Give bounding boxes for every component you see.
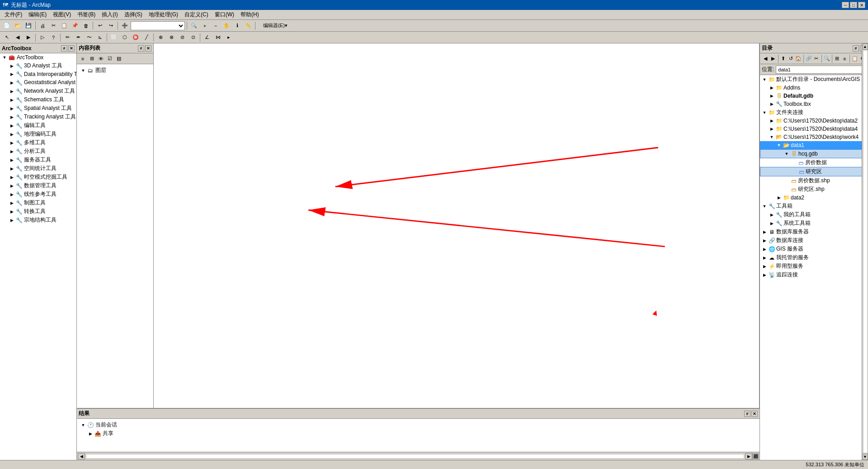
results-session-expander[interactable]: ▼ bbox=[80, 422, 87, 429]
tool-spatialstat-expander[interactable]: ▶ bbox=[8, 165, 15, 172]
menu-edit[interactable]: 编辑(E) bbox=[26, 10, 49, 19]
add-data-button[interactable]: ➕ bbox=[120, 21, 130, 31]
tool-network-expander[interactable]: ▶ bbox=[8, 88, 15, 95]
select-by-line[interactable]: ╱ bbox=[142, 33, 151, 43]
vertex-btn-3[interactable]: ⊘ bbox=[177, 33, 187, 43]
cat-back[interactable]: ◀ bbox=[762, 55, 769, 63]
vertex-btn-1[interactable]: ⊕ bbox=[156, 33, 165, 43]
cat-sys-toolbox-exp[interactable]: ▶ bbox=[768, 220, 775, 227]
tool-cartography[interactable]: ▶ 🔧 制图工具 bbox=[0, 199, 76, 207]
delete-button[interactable]: 🗑 bbox=[81, 21, 91, 31]
results-session[interactable]: ▼ 🕐 当前会话 bbox=[79, 421, 758, 429]
tool-spatiotemporal[interactable]: ▶ 🔧 时空模式挖掘工具 bbox=[0, 173, 76, 181]
select-tool[interactable]: ↖ bbox=[2, 33, 12, 43]
arctoolbox-dock-btn[interactable]: # bbox=[61, 45, 67, 52]
cat-hcqgdb[interactable]: ▼ 🗄 hcq.gdb bbox=[760, 149, 868, 158]
cat-search[interactable]: 🔍 bbox=[823, 55, 830, 63]
undo-button[interactable]: ↩ bbox=[95, 21, 105, 31]
bottom-scrollbar[interactable]: ◀ ▶ ⬛ bbox=[77, 452, 760, 460]
catalog-dock[interactable]: # bbox=[853, 45, 859, 52]
tool-cartography-expander[interactable]: ▶ bbox=[8, 199, 15, 207]
content-list-dock[interactable]: # bbox=[138, 45, 144, 52]
cat-up[interactable]: ⬆ bbox=[780, 55, 787, 63]
cut-button[interactable]: ✂ bbox=[48, 21, 58, 31]
cat-db-server[interactable]: ▶ 🖥 数据库服务器 bbox=[760, 227, 868, 236]
tool-analysis[interactable]: ▶ 🔧 分析工具 bbox=[0, 147, 76, 156]
tool-tracking[interactable]: ▶ 🔧 Tracking Analyst 工具 bbox=[0, 113, 76, 121]
save-button[interactable]: 💾 bbox=[24, 21, 33, 31]
tool-analysis-expander[interactable]: ▶ bbox=[8, 148, 15, 155]
zoom-next[interactable]: ▶ bbox=[24, 33, 33, 43]
tool-datamanage[interactable]: ▶ 🔧 数据管理工具 bbox=[0, 181, 76, 190]
tool-multidim-expander[interactable]: ▶ bbox=[8, 139, 15, 147]
select-elem[interactable]: ▷ bbox=[38, 33, 47, 43]
measure-button[interactable]: 📏 bbox=[243, 21, 253, 31]
cat-view-icon[interactable]: ⊞ bbox=[834, 55, 841, 63]
edit-vertices[interactable]: ✏ bbox=[62, 33, 72, 43]
cat-track-conn-exp[interactable]: ▶ bbox=[761, 271, 768, 279]
cat-ready-service-exp[interactable]: ▶ bbox=[761, 263, 768, 270]
tool-schematics-expander[interactable]: ▶ bbox=[8, 96, 15, 104]
tool-edit[interactable]: ▶ 🔧 编辑工具 bbox=[0, 121, 76, 130]
new-button[interactable]: 📄 bbox=[2, 21, 12, 31]
tool-3d-expander[interactable]: ▶ bbox=[8, 62, 15, 70]
redo-button[interactable]: ↪ bbox=[106, 21, 116, 31]
cat-work4-exp[interactable]: ▼ bbox=[768, 133, 775, 141]
zoom-full-button[interactable]: 🔍 bbox=[189, 21, 199, 31]
list-src-btn[interactable]: ⊞ bbox=[88, 55, 96, 63]
cat-my-toolbox[interactable]: ▶ 🔧 我的工具箱 bbox=[760, 210, 868, 219]
tool-geocode-expander[interactable]: ▶ bbox=[8, 131, 15, 138]
cat-connect[interactable]: 🔗 bbox=[805, 55, 812, 63]
cat-toolbox-tbx-exp[interactable]: ▶ bbox=[768, 100, 775, 108]
tool-conversion-expander[interactable]: ▶ bbox=[8, 208, 15, 215]
tool-geocode[interactable]: ▶ 🔧 地理编码工具 bbox=[0, 130, 76, 138]
cat-toolbox-group-exp[interactable]: ▼ bbox=[761, 203, 768, 210]
cat-forward[interactable]: ▶ bbox=[769, 55, 777, 63]
tool-server[interactable]: ▶ 🔧 服务器工具 bbox=[0, 156, 76, 164]
tool-root-expander[interactable]: ▼ bbox=[1, 54, 8, 61]
zoom-prev[interactable]: ◀ bbox=[13, 33, 23, 43]
identify-button[interactable]: ℹ bbox=[232, 21, 242, 31]
tool-datamanage-expander[interactable]: ▶ bbox=[8, 182, 15, 189]
tool-spatiotemporal-expander[interactable]: ▶ bbox=[8, 174, 15, 181]
results-share[interactable]: ▶ 📤 共享 bbox=[79, 429, 758, 438]
tool-multidim[interactable]: ▶ 🔧 多维工具 bbox=[0, 138, 76, 147]
reshape-tool[interactable]: ⊾ bbox=[95, 33, 105, 43]
layer-group[interactable]: ▼ 🗂 图层 bbox=[79, 66, 151, 75]
layer-group-expander[interactable]: ▼ bbox=[80, 67, 87, 74]
cat-my-toolbox-exp[interactable]: ▶ bbox=[768, 211, 775, 218]
tool-edit-expander[interactable]: ▶ bbox=[8, 122, 15, 129]
zoom-in-button[interactable]: + bbox=[200, 21, 210, 31]
cat-work4[interactable]: ▼ 📂 C:\Users\17520\Desktop\work4 bbox=[760, 133, 868, 141]
results-dock[interactable]: # bbox=[744, 411, 750, 417]
cat-data1[interactable]: ▼ 📂 data1 bbox=[760, 141, 868, 149]
cat-scroll-down[interactable]: ▼ bbox=[863, 454, 868, 460]
cat-refresh[interactable]: ↺ bbox=[787, 55, 794, 63]
cat-toolbox-group[interactable]: ▼ 🔧 工具箱 bbox=[760, 202, 868, 210]
vertex-btn-4[interactable]: ⊙ bbox=[188, 33, 198, 43]
cat-meta[interactable]: 📋 bbox=[851, 55, 859, 63]
cat-house-price[interactable]: 🗃 房价数据 bbox=[760, 158, 868, 167]
select-by-rect[interactable]: ⬜ bbox=[109, 33, 119, 43]
angle-btn[interactable]: ∠ bbox=[202, 33, 212, 43]
cat-data4-exp[interactable]: ▶ bbox=[768, 125, 775, 133]
menu-select[interactable]: 选择(S) bbox=[122, 10, 145, 19]
cat-disconnect[interactable]: ✂ bbox=[813, 55, 820, 63]
cat-my-service-exp[interactable]: ▶ bbox=[761, 254, 768, 261]
scale-combo[interactable] bbox=[131, 21, 185, 30]
cat-defaultgdb[interactable]: ▶ 🗄 Default.gdb bbox=[760, 92, 868, 100]
open-button[interactable]: 📂 bbox=[13, 21, 23, 31]
catalog-scrollbar[interactable]: ▲ ▼ bbox=[862, 43, 868, 460]
print-button[interactable]: 🖨 bbox=[38, 21, 47, 31]
trace-tool[interactable]: 〜 bbox=[84, 33, 94, 43]
tool-conversion[interactable]: ▶ 🔧 转换工具 bbox=[0, 207, 76, 216]
cat-study-shp[interactable]: 🗃 研究区.shp bbox=[760, 185, 868, 194]
menu-insert[interactable]: 插入(I) bbox=[99, 10, 120, 19]
results-share-expander[interactable]: ▶ bbox=[87, 430, 94, 437]
cat-sys-toolbox[interactable]: ▶ 🔧 系统工具箱 bbox=[760, 219, 868, 227]
tool-geo-expander[interactable]: ▶ bbox=[8, 79, 15, 86]
catalog-location-value[interactable]: data1 bbox=[776, 66, 866, 74]
cat-hcqgdb-exp[interactable]: ▼ bbox=[783, 150, 790, 157]
cat-data2-folder-exp[interactable]: ▶ bbox=[775, 194, 783, 201]
zoom-out-button[interactable]: − bbox=[211, 21, 221, 31]
